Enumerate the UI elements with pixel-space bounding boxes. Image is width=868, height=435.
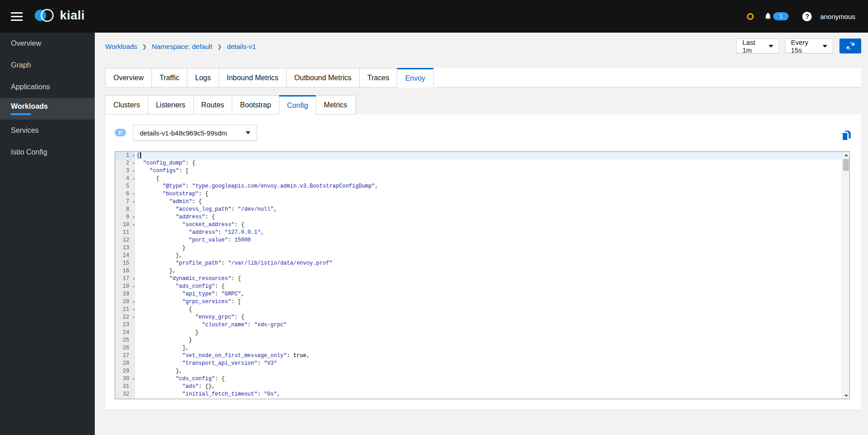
code-line-7[interactable]: "admin": { [137,198,842,206]
sidebar-item-applications[interactable]: Applications [0,76,95,98]
code-line-27[interactable]: "set_node_on_first_message_only": true, [137,352,842,360]
tab-traces[interactable]: Traces [359,68,397,87]
line-number[interactable]: 32 [115,391,135,398]
code-line-18[interactable]: "ads_config": { [137,283,842,290]
line-number[interactable]: 26 [115,344,135,352]
code-line-17[interactable]: "dynamic_resources": { [137,275,842,283]
scroll-up-arrow-icon[interactable] [842,152,850,158]
fold-caret-icon[interactable]: ▾ [132,375,135,383]
fold-caret-icon[interactable]: ▾ [132,213,135,221]
istio-status-icon[interactable] [747,13,754,20]
code-line-5[interactable]: "@type": "type.googleapis.com/envoy.admi… [137,183,842,190]
line-number[interactable]: 7▾ [115,198,135,206]
tab-logs[interactable]: Logs [187,68,219,87]
fold-caret-icon[interactable]: ▾ [132,152,135,160]
line-number[interactable]: 21▾ [115,306,135,314]
code-line-11[interactable]: "address": "127.0.0.1", [137,229,842,237]
subtab-config[interactable]: Config [279,95,316,115]
code-line-32[interactable]: "initial_fetch_timeout": "0s", [137,391,842,398]
code-line-9[interactable]: "address": { [137,213,842,221]
sidebar-item-graph[interactable]: Graph [0,54,95,76]
config-editor[interactable]: 1▾2▾3▾4▾56▾7▾89▾10▾11121314151617▾18▾192… [115,151,850,399]
line-number[interactable]: 14 [115,252,135,260]
notifications[interactable]: 1 [764,12,789,21]
code-line-13[interactable]: } [137,244,842,252]
fold-caret-icon[interactable]: ▾ [132,190,135,198]
line-number[interactable]: 23 [115,321,135,329]
line-number[interactable]: 11 [115,229,135,237]
fold-caret-icon[interactable]: ▾ [132,221,135,229]
help-icon[interactable]: ? [802,12,812,21]
copy-button[interactable] [840,130,853,142]
line-number[interactable]: 9▾ [115,213,135,221]
line-number[interactable]: 3▾ [115,167,135,175]
fold-caret-icon[interactable]: ▾ [132,314,135,321]
tab-overview[interactable]: Overview [105,68,152,87]
line-number[interactable]: 15 [115,260,135,267]
pod-select[interactable]: details-v1-b48c969c5-99sdm [133,125,257,141]
code-line-1[interactable]: { [137,152,842,160]
code-line-8[interactable]: "access_log_path": "/dev/null", [137,206,842,213]
duration-select[interactable]: Last 1m [736,39,779,53]
line-number[interactable]: 25 [115,337,135,344]
subtab-metrics[interactable]: Metrics [316,95,356,115]
line-number[interactable]: 28 [115,360,135,367]
line-number[interactable]: 18▾ [115,283,135,290]
line-number[interactable]: 17▾ [115,275,135,283]
sidebar-item-overview[interactable]: Overview [0,33,95,54]
line-number[interactable]: 29 [115,367,135,375]
fold-caret-icon[interactable]: ▾ [132,175,135,183]
breadcrumb-link-0[interactable]: Workloads [105,43,137,50]
code-line-16[interactable]: }, [137,267,842,275]
code-line-6[interactable]: "bootstrap": { [137,190,842,198]
subtab-bootstrap[interactable]: Bootstrap [232,95,279,115]
code-line-26[interactable]: ], [137,344,842,352]
line-number[interactable]: 10▾ [115,221,135,229]
line-number[interactable]: 4▾ [115,175,135,183]
line-number[interactable]: 19 [115,290,135,298]
refresh-button[interactable] [839,39,861,53]
fold-caret-icon[interactable]: ▾ [132,306,135,314]
code-line-3[interactable]: "configs": [ [137,167,842,175]
code-line-22[interactable]: "envoy_grpc": { [137,314,842,321]
code-line-24[interactable]: } [137,329,842,337]
username[interactable]: anonymous [820,13,855,20]
tab-envoy[interactable]: Envoy [397,68,433,87]
fold-caret-icon[interactable]: ▾ [132,198,135,206]
fold-caret-icon[interactable]: ▾ [132,167,135,175]
code-line-14[interactable]: }, [137,252,842,260]
code-line-19[interactable]: "api_type": "GRPC", [137,290,842,298]
line-number[interactable]: 31 [115,383,135,391]
line-number[interactable]: 8 [115,206,135,213]
code-line-10[interactable]: "socket_address": { [137,221,842,229]
tab-outbound-metrics[interactable]: Outbound Metrics [286,68,360,87]
fold-caret-icon[interactable]: ▾ [132,275,135,283]
line-number[interactable]: 13 [115,244,135,252]
editor-scrollbar[interactable] [842,152,849,399]
editor-code[interactable]: { "config_dump": { "configs": [ { "@type… [135,152,842,399]
line-number[interactable]: 5 [115,183,135,190]
subtab-routes[interactable]: Routes [193,95,233,115]
scroll-down-arrow-icon[interactable] [842,392,850,399]
code-line-31[interactable]: "ads": {}, [137,383,842,391]
code-line-4[interactable]: { [137,175,842,183]
subtab-clusters[interactable]: Clusters [105,95,148,115]
notification-count-badge[interactable]: 1 [773,12,789,20]
line-number[interactable]: 22▾ [115,314,135,321]
breadcrumb-link-1[interactable]: Namespace: default [152,43,212,50]
code-line-28[interactable]: "transport_api_version": "V3" [137,360,842,367]
line-number[interactable]: 2▾ [115,160,135,167]
line-number[interactable]: 1▾ [115,152,135,160]
line-number[interactable]: 20▾ [115,298,135,306]
code-line-15[interactable]: "profile_path": "/var/lib/istio/data/env… [137,260,842,267]
fold-caret-icon[interactable]: ▾ [132,160,135,167]
breadcrumb-link-2[interactable]: details-v1 [227,43,256,50]
line-number[interactable]: 24 [115,329,135,337]
fold-caret-icon[interactable]: ▾ [132,298,135,306]
hamburger-menu-icon[interactable] [11,12,23,21]
tab-traffic[interactable]: Traffic [151,68,188,87]
refresh-interval-select[interactable]: Every 15s [785,39,833,53]
code-line-23[interactable]: "cluster_name": "xds-grpc" [137,321,842,329]
sidebar-item-workloads[interactable]: Workloads [0,98,95,120]
code-line-21[interactable]: { [137,306,842,314]
